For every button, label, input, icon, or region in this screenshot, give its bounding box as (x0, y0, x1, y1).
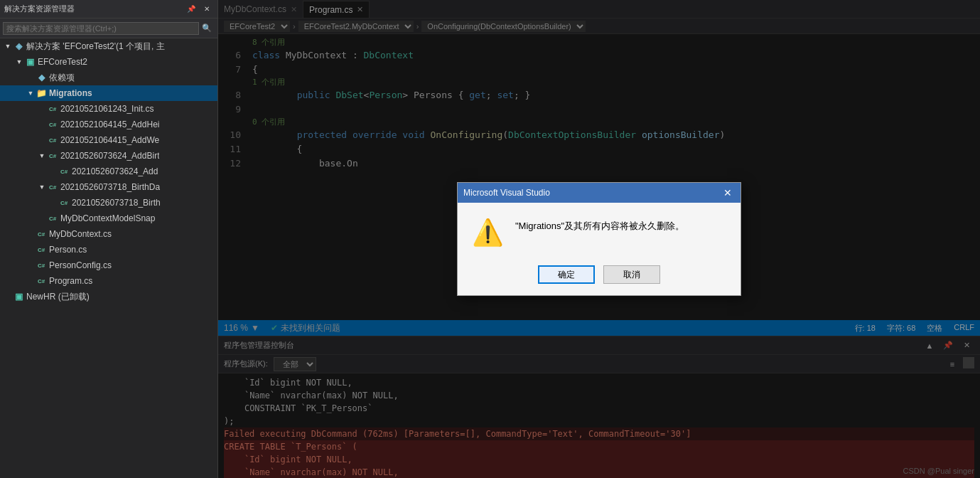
expand-icon[interactable] (26, 245, 36, 255)
tree-item[interactable]: C#MyDbContextModelSnap (0, 211, 217, 226)
expand-icon[interactable] (26, 229, 36, 239)
close-panel-button[interactable]: ✕ (200, 3, 213, 16)
dep-icon: ◆ (36, 72, 47, 83)
tree-item[interactable]: ▼C#20210526073624_AddBirt (0, 148, 217, 164)
tree-item-label: 依赖项 (49, 72, 75, 84)
sidebar-search-bar: 🔍 (0, 18, 217, 38)
tree-item[interactable]: ◆依赖项 (0, 70, 217, 85)
tree-item-label: PersonConfig.cs (49, 260, 112, 270)
csharp-icon: C# (47, 103, 58, 115)
csharp-icon: C# (58, 166, 70, 177)
dialog-overlay: Microsoft Visual Studio ✕ ⚠️ "Migrations… (218, 0, 980, 478)
warning-icon: ⚠️ (472, 220, 504, 245)
expand-icon[interactable] (37, 135, 47, 145)
expand-icon[interactable]: ▼ (3, 41, 13, 51)
solution-explorer-panel: 解决方案资源管理器 📌 ✕ 🔍 ▼◈解决方案 'EFCoreTest2'(1 个… (0, 0, 218, 478)
expand-icon[interactable] (26, 276, 36, 286)
search-input[interactable] (3, 22, 199, 35)
tree-item-label: MyDbContextModelSnap (60, 213, 155, 223)
csharp-icon: C# (47, 150, 58, 161)
tree-item-label: 解决方案 'EFCoreTest2'(1 个项目, 主 (26, 41, 165, 53)
csharp-icon: C# (47, 181, 58, 193)
tree-item-label: 20210526073718_BirthDa (60, 182, 160, 192)
tree-item-label: MyDbContext.cs (49, 229, 112, 239)
expand-icon[interactable]: ▼ (26, 88, 36, 98)
expand-icon[interactable] (37, 213, 47, 223)
expand-icon[interactable]: ▼ (37, 182, 47, 192)
csharp-icon: C# (36, 228, 47, 240)
solution-tree: ▼◈解决方案 'EFCoreTest2'(1 个项目, 主▼▣EFCoreTes… (0, 38, 217, 478)
csharp-icon: C# (47, 134, 58, 146)
dialog-message: "Migrations"及其所有内容将被永久删除。 (515, 220, 684, 233)
tree-item[interactable]: C#20210521064415_AddWe (0, 132, 217, 148)
editor-area: MyDbContext.cs ✕ Program.cs ✕ EFCoreTest… (218, 0, 980, 478)
expand-icon[interactable] (48, 166, 58, 176)
cancel-button[interactable]: 取消 (603, 265, 660, 284)
sidebar-panel-title: 解决方案资源管理器 (4, 4, 75, 14)
tree-item-label: EFCoreTest2 (38, 57, 87, 67)
folder-icon: 📁 (36, 87, 47, 99)
tree-item[interactable]: C#20210521061243_Init.cs (0, 101, 217, 117)
tree-item[interactable]: C#Program.cs (0, 273, 217, 289)
tree-item-label: 20210526073718_Birth (72, 198, 161, 208)
csharp-icon: C# (36, 260, 47, 271)
project-icon: ▣ (24, 56, 36, 68)
dialog: Microsoft Visual Studio ✕ ⚠️ "Migrations… (457, 182, 741, 296)
search-button[interactable]: 🔍 (199, 21, 215, 36)
tree-item[interactable]: C#20210526073718_Birth (0, 195, 217, 211)
sidebar-header-icons: 📌 ✕ (185, 3, 213, 16)
dialog-close-button[interactable]: ✕ (721, 186, 735, 200)
tree-item-label: 20210521064415_AddWe (60, 135, 159, 145)
dialog-buttons: 确定 取消 (458, 257, 741, 295)
tree-item-label: NewHR (已卸载) (26, 291, 90, 303)
tree-item-label: Migrations (49, 88, 92, 98)
tree-item-label: 20210526073624_Add (72, 166, 158, 176)
csharp-icon: C# (58, 197, 70, 208)
tree-item[interactable]: ▼C#20210526073718_BirthDa (0, 179, 217, 195)
tree-item-label: Program.cs (49, 276, 92, 286)
solution-icon: ◈ (13, 41, 24, 52)
tree-item[interactable]: C#PersonConfig.cs (0, 257, 217, 273)
tree-item-label: 20210526073624_AddBirt (60, 151, 159, 161)
csharp-icon: C# (47, 119, 58, 130)
tree-item-label: 20210521064145_AddHei (60, 120, 159, 129)
expand-icon[interactable] (48, 198, 58, 208)
tree-item[interactable]: ▼◈解决方案 'EFCoreTest2'(1 个项目, 主 (0, 38, 217, 54)
dialog-title: Microsoft Visual Studio (463, 188, 550, 198)
expand-icon[interactable]: ▼ (14, 57, 24, 67)
pin-button[interactable]: 📌 (185, 3, 198, 16)
dialog-titlebar: Microsoft Visual Studio ✕ (458, 183, 741, 203)
tree-item-label: 20210521061243_Init.cs (60, 104, 154, 114)
tree-item[interactable]: C#Person.cs (0, 242, 217, 257)
tree-item[interactable]: ▣NewHR (已卸载) (0, 289, 217, 304)
dialog-body: ⚠️ "Migrations"及其所有内容将被永久删除。 (458, 203, 741, 257)
csharp-icon: C# (36, 275, 47, 287)
confirm-button[interactable]: 确定 (538, 265, 595, 284)
tree-item[interactable]: C#20210521064145_AddHei (0, 117, 217, 132)
expand-icon[interactable] (26, 260, 36, 270)
csharp-icon: C# (47, 213, 58, 224)
expand-icon[interactable]: ▼ (37, 151, 47, 161)
csharp-icon: C# (36, 244, 47, 255)
tree-item[interactable]: ▼📁Migrations (0, 85, 217, 101)
sidebar-header: 解决方案资源管理器 📌 ✕ (0, 0, 217, 18)
tree-item[interactable]: ▼▣EFCoreTest2 (0, 54, 217, 70)
tree-item[interactable]: C#MyDbContext.cs (0, 226, 217, 242)
expand-icon[interactable] (37, 120, 47, 129)
tree-item-label: Person.cs (49, 245, 87, 255)
project-icon: ▣ (13, 291, 24, 302)
expand-icon[interactable] (3, 292, 13, 302)
tree-item[interactable]: C#20210526073624_Add (0, 164, 217, 179)
expand-icon[interactable] (26, 73, 36, 83)
expand-icon[interactable] (37, 104, 47, 114)
